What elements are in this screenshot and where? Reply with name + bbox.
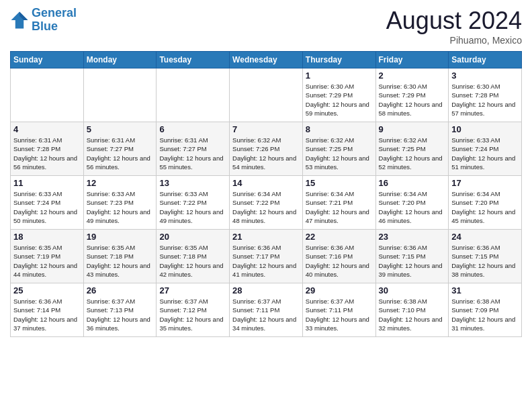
day-number: 27	[159, 285, 226, 295]
logo-text: General Blue	[32, 7, 77, 34]
calendar-week-row: 18Sunrise: 6:35 AMSunset: 7:19 PMDayligh…	[11, 230, 522, 283]
day-number: 22	[306, 232, 373, 242]
day-number: 26	[87, 285, 154, 295]
day-info: Sunrise: 6:34 AMSunset: 7:20 PMDaylight:…	[379, 189, 446, 225]
calendar-cell: 28Sunrise: 6:37 AMSunset: 7:11 PMDayligh…	[230, 283, 303, 337]
calendar-cell: 29Sunrise: 6:37 AMSunset: 7:11 PMDayligh…	[302, 283, 375, 337]
day-number: 7	[232, 124, 300, 134]
day-info: Sunrise: 6:37 AMSunset: 7:11 PMDaylight:…	[232, 297, 300, 332]
calendar-cell: 21Sunrise: 6:36 AMSunset: 7:17 PMDayligh…	[230, 230, 303, 283]
calendar-cell: 8Sunrise: 6:32 AMSunset: 7:25 PMDaylight…	[302, 122, 375, 176]
day-number: 17	[451, 178, 519, 188]
day-header-tuesday: Tuesday	[157, 52, 230, 68]
day-number: 6	[159, 124, 226, 134]
day-number: 15	[306, 178, 373, 188]
calendar-cell: 31Sunrise: 6:38 AMSunset: 7:09 PMDayligh…	[449, 283, 522, 337]
calendar-cell: 25Sunrise: 6:36 AMSunset: 7:14 PMDayligh…	[11, 283, 84, 337]
day-info: Sunrise: 6:36 AMSunset: 7:16 PMDaylight:…	[306, 243, 373, 279]
day-number: 23	[379, 232, 446, 242]
day-header-wednesday: Wednesday	[230, 52, 303, 68]
calendar-cell: 22Sunrise: 6:36 AMSunset: 7:16 PMDayligh…	[302, 230, 375, 283]
calendar-cell	[157, 68, 230, 122]
location-subtitle: Pihuamo, Mexico	[386, 35, 522, 46]
calendar-cell: 4Sunrise: 6:31 AMSunset: 7:28 PMDaylight…	[11, 122, 84, 176]
calendar-cell: 11Sunrise: 6:33 AMSunset: 7:24 PMDayligh…	[11, 176, 84, 230]
day-info: Sunrise: 6:34 AMSunset: 7:20 PMDaylight:…	[451, 189, 519, 225]
logo: General Blue	[10, 7, 77, 34]
month-year-title: August 2024	[386, 7, 522, 35]
calendar-header-row: SundayMondayTuesdayWednesdayThursdayFrid…	[11, 52, 522, 68]
calendar-week-row: 25Sunrise: 6:36 AMSunset: 7:14 PMDayligh…	[11, 283, 522, 337]
calendar-cell: 24Sunrise: 6:36 AMSunset: 7:15 PMDayligh…	[449, 230, 522, 283]
day-info: Sunrise: 6:33 AMSunset: 7:24 PMDaylight:…	[13, 189, 81, 225]
day-number: 13	[159, 178, 226, 188]
day-number: 10	[451, 124, 519, 134]
day-number: 31	[451, 285, 519, 295]
calendar-cell: 14Sunrise: 6:34 AMSunset: 7:22 PMDayligh…	[230, 176, 303, 230]
day-header-thursday: Thursday	[302, 52, 375, 68]
day-number: 25	[13, 285, 81, 295]
calendar-cell: 5Sunrise: 6:31 AMSunset: 7:27 PMDaylight…	[83, 122, 157, 176]
day-info: Sunrise: 6:37 AMSunset: 7:11 PMDaylight:…	[306, 297, 373, 332]
day-info: Sunrise: 6:38 AMSunset: 7:09 PMDaylight:…	[451, 297, 519, 332]
calendar-week-row: 1Sunrise: 6:30 AMSunset: 7:29 PMDaylight…	[11, 68, 522, 122]
day-info: Sunrise: 6:37 AMSunset: 7:13 PMDaylight:…	[87, 297, 154, 332]
day-info: Sunrise: 6:32 AMSunset: 7:25 PMDaylight:…	[306, 136, 373, 171]
day-info: Sunrise: 6:30 AMSunset: 7:29 PMDaylight:…	[306, 82, 373, 118]
day-header-friday: Friday	[375, 52, 449, 68]
calendar-cell: 17Sunrise: 6:34 AMSunset: 7:20 PMDayligh…	[449, 176, 522, 230]
calendar-cell: 12Sunrise: 6:33 AMSunset: 7:23 PMDayligh…	[83, 176, 157, 230]
calendar-cell: 6Sunrise: 6:31 AMSunset: 7:27 PMDaylight…	[157, 122, 230, 176]
calendar-week-row: 4Sunrise: 6:31 AMSunset: 7:28 PMDaylight…	[11, 122, 522, 176]
day-info: Sunrise: 6:30 AMSunset: 7:29 PMDaylight:…	[379, 82, 446, 118]
calendar-cell: 10Sunrise: 6:33 AMSunset: 7:24 PMDayligh…	[449, 122, 522, 176]
day-info: Sunrise: 6:36 AMSunset: 7:17 PMDaylight:…	[232, 243, 300, 279]
calendar-cell: 19Sunrise: 6:35 AMSunset: 7:18 PMDayligh…	[83, 230, 157, 283]
day-number: 20	[159, 232, 226, 242]
calendar-cell	[230, 68, 303, 122]
day-header-sunday: Sunday	[11, 52, 84, 68]
day-info: Sunrise: 6:36 AMSunset: 7:14 PMDaylight:…	[13, 297, 81, 332]
calendar-cell: 23Sunrise: 6:36 AMSunset: 7:15 PMDayligh…	[375, 230, 449, 283]
day-info: Sunrise: 6:36 AMSunset: 7:15 PMDaylight:…	[451, 243, 519, 279]
page-header: General Blue August 2024 Pihuamo, Mexico	[10, 7, 522, 46]
day-number: 4	[13, 124, 81, 134]
calendar-cell: 30Sunrise: 6:38 AMSunset: 7:10 PMDayligh…	[375, 283, 449, 337]
day-info: Sunrise: 6:33 AMSunset: 7:22 PMDaylight:…	[159, 189, 226, 225]
day-number: 11	[13, 178, 81, 188]
day-info: Sunrise: 6:31 AMSunset: 7:28 PMDaylight:…	[13, 136, 81, 171]
day-number: 29	[306, 285, 373, 295]
day-number: 18	[13, 232, 81, 242]
day-info: Sunrise: 6:33 AMSunset: 7:24 PMDaylight:…	[451, 136, 519, 171]
day-number: 21	[232, 232, 300, 242]
day-info: Sunrise: 6:30 AMSunset: 7:28 PMDaylight:…	[451, 82, 519, 118]
day-number: 19	[87, 232, 154, 242]
day-info: Sunrise: 6:37 AMSunset: 7:12 PMDaylight:…	[159, 297, 226, 332]
day-info: Sunrise: 6:32 AMSunset: 7:25 PMDaylight:…	[379, 136, 446, 171]
day-info: Sunrise: 6:36 AMSunset: 7:15 PMDaylight:…	[379, 243, 446, 279]
title-block: August 2024 Pihuamo, Mexico	[386, 7, 522, 46]
calendar-cell: 15Sunrise: 6:34 AMSunset: 7:21 PMDayligh…	[302, 176, 375, 230]
calendar-cell: 27Sunrise: 6:37 AMSunset: 7:12 PMDayligh…	[157, 283, 230, 337]
logo-icon	[10, 11, 29, 30]
day-info: Sunrise: 6:34 AMSunset: 7:21 PMDaylight:…	[306, 189, 373, 225]
calendar-cell: 7Sunrise: 6:32 AMSunset: 7:26 PMDaylight…	[230, 122, 303, 176]
calendar-cell: 9Sunrise: 6:32 AMSunset: 7:25 PMDaylight…	[375, 122, 449, 176]
calendar-cell: 13Sunrise: 6:33 AMSunset: 7:22 PMDayligh…	[157, 176, 230, 230]
calendar-cell: 18Sunrise: 6:35 AMSunset: 7:19 PMDayligh…	[11, 230, 84, 283]
day-number: 16	[379, 178, 446, 188]
calendar-table: SundayMondayTuesdayWednesdayThursdayFrid…	[10, 51, 522, 337]
calendar-cell: 16Sunrise: 6:34 AMSunset: 7:20 PMDayligh…	[375, 176, 449, 230]
calendar-cell: 2Sunrise: 6:30 AMSunset: 7:29 PMDaylight…	[375, 68, 449, 122]
calendar-cell: 3Sunrise: 6:30 AMSunset: 7:28 PMDaylight…	[449, 68, 522, 122]
day-number: 28	[232, 285, 300, 295]
calendar-cell	[83, 68, 157, 122]
day-info: Sunrise: 6:31 AMSunset: 7:27 PMDaylight:…	[87, 136, 154, 171]
day-number: 14	[232, 178, 300, 188]
day-number: 12	[87, 178, 154, 188]
day-number: 5	[87, 124, 154, 134]
day-info: Sunrise: 6:33 AMSunset: 7:23 PMDaylight:…	[87, 189, 154, 225]
day-info: Sunrise: 6:35 AMSunset: 7:18 PMDaylight:…	[87, 243, 154, 279]
calendar-cell: 1Sunrise: 6:30 AMSunset: 7:29 PMDaylight…	[302, 68, 375, 122]
calendar-cell: 20Sunrise: 6:35 AMSunset: 7:18 PMDayligh…	[157, 230, 230, 283]
